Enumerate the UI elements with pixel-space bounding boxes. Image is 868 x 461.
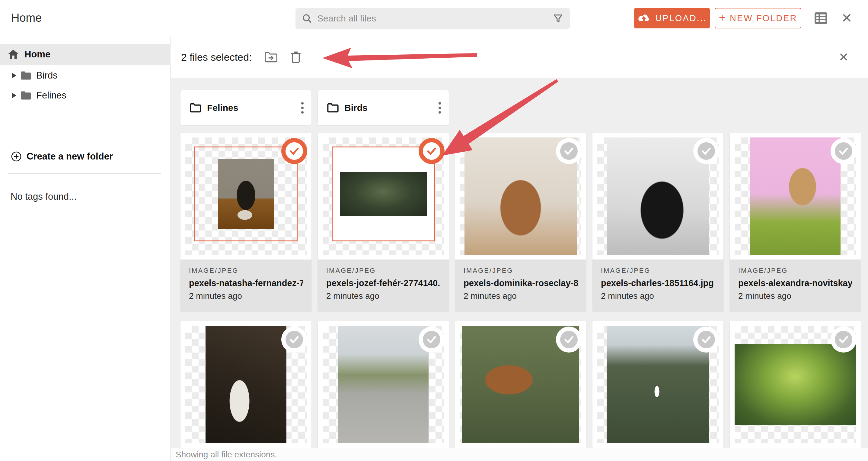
- caret-right-icon[interactable]: [12, 93, 16, 98]
- file-type-label: IMAGE/JPEG: [601, 267, 715, 275]
- page-title: Home: [11, 11, 42, 25]
- file-thumbnail-area[interactable]: [181, 133, 311, 259]
- file-thumbnail-area[interactable]: [592, 321, 723, 448]
- file-card-footer: IMAGE/JPEGpexels-dominika-roseclay-8952.…: [455, 259, 586, 312]
- clear-selection-close-icon[interactable]: ✕: [838, 51, 849, 63]
- file-card[interactable]: IMAGE/JPEGpexels-jozef-fehér-2774140.jpg…: [318, 133, 449, 312]
- status-bar: Showing all file extensions.: [171, 448, 868, 461]
- move-to-folder-button[interactable]: [265, 51, 278, 63]
- trash-icon: [290, 51, 301, 63]
- filter-funnel-icon[interactable]: [553, 13, 563, 24]
- list-view-icon: [814, 12, 828, 25]
- unselected-checkmark-badge[interactable]: [418, 326, 444, 352]
- unselected-checkmark-badge[interactable]: [556, 326, 582, 352]
- move-to-folder-icon: [265, 51, 278, 63]
- file-type-label: IMAGE/JPEG: [738, 267, 852, 275]
- checkmark-icon: [423, 331, 440, 348]
- file-card-footer: IMAGE/JPEGpexels-natasha-fernandez-733..…: [181, 259, 311, 312]
- file-card[interactable]: [318, 321, 449, 448]
- checkmark-icon: [698, 142, 715, 160]
- file-thumbnail-area[interactable]: [181, 321, 311, 448]
- file-type-label: IMAGE/JPEG: [464, 267, 578, 275]
- selected-checkmark-badge[interactable]: [418, 138, 444, 164]
- unselected-checkmark-badge[interactable]: [693, 138, 719, 164]
- folder-menu-kebab-icon[interactable]: [301, 102, 304, 114]
- file-thumbnail-area[interactable]: [592, 133, 723, 259]
- file-card[interactable]: [181, 321, 311, 448]
- file-manager-app: Home UPLOAD... + NEW FOLDER: [0, 0, 868, 461]
- sidebar-folder-label: Birds: [36, 70, 58, 81]
- file-card[interactable]: [455, 321, 586, 448]
- top-header: Home UPLOAD... + NEW FOLDER: [0, 0, 868, 36]
- unselected-checkmark-badge[interactable]: [281, 326, 307, 352]
- file-time-label: 2 minutes ago: [738, 291, 852, 301]
- sidebar-folder-birds[interactable]: Birds: [0, 65, 170, 86]
- file-time-label: 2 minutes ago: [464, 291, 578, 301]
- file-card[interactable]: IMAGE/JPEGpexels-dominika-roseclay-8952.…: [455, 133, 586, 312]
- file-thumbnail-area[interactable]: [455, 321, 586, 448]
- file-thumbnail-area[interactable]: [730, 321, 861, 448]
- create-folder-label: Create a new folder: [27, 151, 113, 162]
- file-name-label: pexels-charles-1851164.jpg: [601, 278, 715, 288]
- folder-card-felines[interactable]: Felines: [181, 90, 311, 125]
- upload-button-label: UPLOAD...: [655, 13, 707, 23]
- rabbits-in-grass-photo: [735, 344, 856, 425]
- list-view-toggle[interactable]: [814, 12, 828, 25]
- file-card-footer: IMAGE/JPEGpexels-charles-1851164.jpg2 mi…: [592, 259, 723, 312]
- file-type-label: IMAGE/JPEG: [326, 267, 440, 275]
- close-icon[interactable]: ✕: [841, 11, 852, 25]
- file-time-label: 2 minutes ago: [189, 291, 303, 301]
- checkmark-icon: [835, 142, 852, 160]
- file-card[interactable]: IMAGE/JPEGpexels-natasha-fernandez-733..…: [181, 133, 311, 312]
- checkmark-icon: [560, 142, 578, 160]
- selection-toolbar: 2 files selected: ✕: [171, 36, 868, 78]
- file-thumbnail-area[interactable]: [318, 133, 449, 259]
- file-card[interactable]: [730, 321, 861, 448]
- unselected-checkmark-badge[interactable]: [693, 326, 719, 352]
- new-folder-button[interactable]: + NEW FOLDER: [715, 8, 801, 28]
- file-card[interactable]: IMAGE/JPEGpexels-alexandra-novitskaya-2.…: [730, 133, 861, 312]
- unselected-checkmark-badge[interactable]: [831, 326, 857, 352]
- folder-menu-kebab-icon[interactable]: [438, 102, 441, 114]
- folder-chips-row: FelinesBirds: [181, 90, 449, 125]
- folder-tree: BirdsFelines: [0, 65, 170, 106]
- selection-outline: [194, 146, 298, 241]
- file-thumbnail-area[interactable]: [455, 133, 586, 259]
- files-grid-row-2: [181, 321, 861, 448]
- delete-selected-button[interactable]: [290, 51, 301, 63]
- folder-icon: [21, 71, 31, 80]
- checkmark-icon: [835, 331, 852, 348]
- search-icon: [302, 13, 312, 24]
- checkmark-icon: [423, 142, 440, 160]
- sidebar-folder-label: Felines: [36, 90, 66, 101]
- selected-checkmark-badge[interactable]: [281, 138, 307, 164]
- plus-icon: +: [719, 11, 725, 24]
- folder-card-label: Birds: [344, 103, 368, 113]
- folder-card-birds[interactable]: Birds: [318, 90, 449, 125]
- checkmark-icon: [560, 331, 578, 348]
- unselected-checkmark-badge[interactable]: [556, 138, 582, 164]
- search-input[interactable]: [317, 13, 547, 24]
- files-grid-row-1: IMAGE/JPEGpexels-natasha-fernandez-733..…: [181, 133, 861, 312]
- sidebar-divider: [8, 173, 161, 174]
- folder-card-label: Felines: [207, 103, 238, 113]
- sidebar-item-home[interactable]: Home: [0, 44, 170, 65]
- sidebar-folder-felines[interactable]: Felines: [0, 86, 170, 106]
- file-card[interactable]: [592, 321, 723, 448]
- upload-button[interactable]: UPLOAD...: [634, 8, 710, 28]
- checkmark-icon: [285, 331, 303, 348]
- file-card[interactable]: IMAGE/JPEGpexels-charles-1851164.jpg2 mi…: [592, 133, 723, 312]
- status-text: Showing all file extensions.: [176, 450, 277, 460]
- search-bar[interactable]: [296, 8, 570, 29]
- caret-right-icon[interactable]: [12, 73, 16, 78]
- seagulls-on-railing-photo: [206, 326, 286, 443]
- dog-green-fur-pink-background-photo: [750, 138, 840, 255]
- header-actions: UPLOAD... + NEW FOLDER ✕: [634, 0, 868, 36]
- file-type-label: IMAGE/JPEG: [189, 267, 303, 275]
- create-folder-button[interactable]: Create a new folder: [0, 146, 170, 167]
- file-thumbnail-area[interactable]: [318, 321, 449, 448]
- circle-plus-icon: [11, 151, 22, 162]
- file-thumbnail-area[interactable]: [730, 133, 861, 259]
- checkmark-icon: [698, 331, 715, 348]
- unselected-checkmark-badge[interactable]: [831, 138, 857, 164]
